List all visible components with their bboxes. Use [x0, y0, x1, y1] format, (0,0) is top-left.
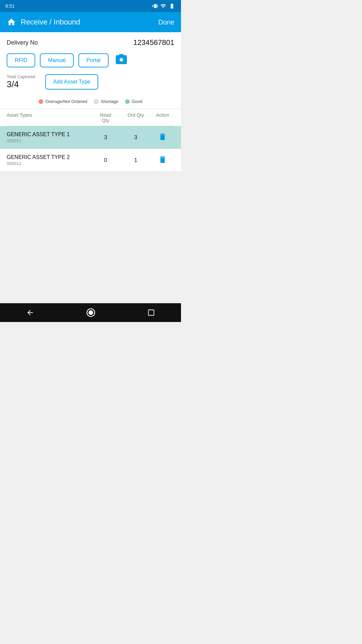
delivery-number: 1234567801	[133, 38, 174, 47]
ord-qty-0: 3	[121, 134, 151, 141]
total-captured-block: Total Captured 3/4	[7, 74, 35, 90]
col-ord-qty: Ord Qty	[121, 112, 151, 123]
overage-dot	[39, 99, 43, 104]
asset-code-0: 000011	[7, 138, 90, 143]
col-read-qty: ReadQty	[90, 112, 121, 123]
asset-info-1: GENERIC ASSET TYPE 2 000012	[7, 154, 90, 166]
asset-info-0: GENERIC ASSET TYPE 1 000011	[7, 131, 90, 143]
legend-good: Good	[125, 99, 142, 104]
svg-point-1	[88, 310, 93, 315]
time-display: 8:51	[5, 3, 14, 9]
add-asset-type-button[interactable]: Add Asset Type	[45, 74, 99, 90]
asset-name-1: GENERIC ASSET TYPE 2	[7, 154, 90, 160]
read-qty-0: 3	[90, 134, 121, 141]
table-body: GENERIC ASSET TYPE 1 000011 3 3 GENERIC …	[0, 126, 181, 172]
bottom-nav	[0, 303, 181, 322]
legend-overage: Overage/Not Ordered	[39, 99, 87, 104]
action-1	[151, 155, 174, 165]
camera-button[interactable]	[115, 53, 128, 67]
nav-back-icon	[26, 309, 34, 317]
col-asset-types: Asset Types	[7, 112, 90, 123]
camera-icon	[115, 53, 128, 66]
action-0	[151, 132, 174, 142]
nav-square-icon	[147, 309, 155, 316]
nav-home-button[interactable]	[86, 308, 96, 317]
asset-code-1: 000012	[7, 161, 90, 166]
legend-shortage: Shortage	[94, 99, 118, 104]
main-content: Delivery No 1234567801 RFID Manual Porta…	[0, 32, 181, 126]
read-qty-1: 0	[90, 157, 121, 164]
signal-icon	[160, 3, 166, 9]
legend-row: Overage/Not Ordered Shortage Good	[0, 95, 181, 109]
rfid-button[interactable]: RFID	[7, 53, 35, 67]
good-dot	[125, 99, 130, 104]
buttons-row: RFID Manual Portal	[7, 53, 174, 67]
col-action: Action	[151, 112, 174, 123]
asset-name-0: GENERIC ASSET TYPE 1	[7, 131, 90, 138]
table-row: GENERIC ASSET TYPE 1 000011 3 3	[0, 126, 181, 149]
shortage-label: Shortage	[101, 99, 118, 104]
table-row: GENERIC ASSET TYPE 2 000012 0 1	[0, 149, 181, 172]
trash-icon-0	[158, 132, 167, 141]
battery-icon	[168, 3, 176, 9]
delete-row-0-button[interactable]	[158, 132, 167, 142]
done-button[interactable]: Done	[158, 18, 174, 26]
app-bar-left: Receive / Inbound	[7, 17, 80, 27]
capture-row: Total Captured 3/4 Add Asset Type	[7, 74, 174, 90]
delete-row-1-button[interactable]	[158, 155, 167, 165]
ord-qty-1: 1	[121, 157, 151, 164]
status-bar: 8:51	[0, 0, 181, 12]
nav-back-button[interactable]	[26, 309, 34, 317]
status-icons	[152, 3, 176, 9]
delivery-row: Delivery No 1234567801	[7, 38, 174, 47]
trash-icon-1	[158, 155, 167, 164]
nav-circle-icon	[86, 308, 96, 317]
shortage-dot	[94, 99, 99, 104]
good-label: Good	[132, 99, 142, 104]
vibrate-icon	[152, 3, 158, 9]
total-captured-value: 3/4	[7, 79, 35, 90]
app-bar: Receive / Inbound Done	[0, 12, 181, 32]
overage-label: Overage/Not Ordered	[45, 99, 87, 104]
table-header: Asset Types ReadQty Ord Qty Action	[7, 109, 174, 126]
total-captured-label: Total Captured	[7, 74, 35, 79]
manual-button[interactable]: Manual	[40, 53, 73, 67]
nav-recents-button[interactable]	[147, 309, 155, 316]
app-bar-title: Receive / Inbound	[21, 18, 80, 26]
svg-rect-2	[148, 310, 154, 316]
home-icon[interactable]	[7, 17, 16, 27]
delivery-label: Delivery No	[7, 39, 38, 46]
portal-button[interactable]: Portal	[78, 53, 109, 67]
